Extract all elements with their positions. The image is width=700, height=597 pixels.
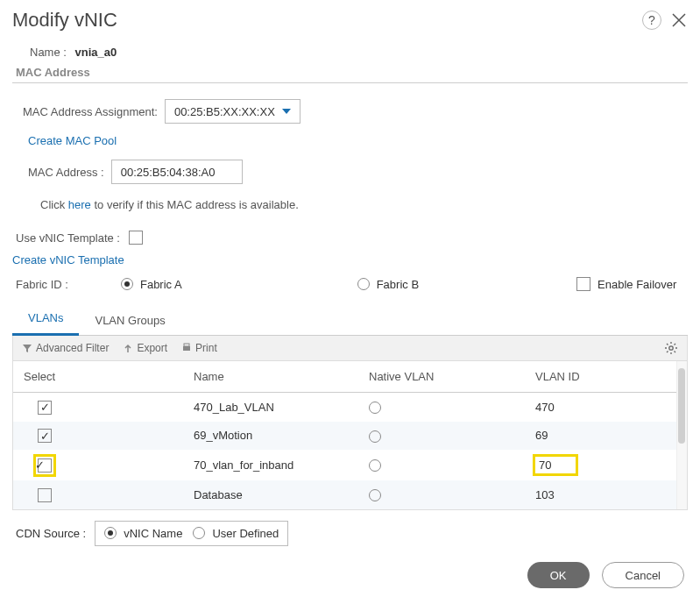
- cdn-vnic-name-radio[interactable]: [104, 527, 117, 539]
- export-button[interactable]: Export: [123, 342, 167, 354]
- col-name: Name: [194, 370, 369, 383]
- cdn-user-defined-label: User Defined: [212, 527, 279, 540]
- row-id: 103: [535, 488, 682, 501]
- col-native: Native VLAN: [369, 370, 535, 383]
- mac-assignment-value: 00:25:B5:XX:XX:XX: [174, 105, 275, 118]
- tab-vlans[interactable]: VLANs: [12, 304, 79, 336]
- print-icon: [181, 343, 192, 353]
- row-select-checkbox[interactable]: [38, 401, 52, 415]
- row-select-checkbox[interactable]: [38, 429, 52, 443]
- native-vlan-radio[interactable]: [369, 489, 381, 501]
- fabric-b-radio[interactable]: [357, 278, 370, 290]
- svg-line-7: [667, 344, 668, 345]
- gear-icon[interactable]: [664, 341, 678, 355]
- advanced-filter-button[interactable]: Advanced Filter: [22, 342, 109, 354]
- row-name: Database: [194, 488, 369, 501]
- fabric-a-label: Fabric A: [140, 278, 182, 291]
- native-vlan-radio[interactable]: [369, 402, 381, 414]
- svg-line-9: [667, 352, 668, 353]
- create-vnic-template-link[interactable]: Create vNIC Template: [12, 253, 124, 267]
- use-template-checkbox[interactable]: [129, 231, 143, 245]
- row-name: 70_vlan_for_inband: [194, 458, 369, 472]
- use-template-label: Use vNIC Template :: [16, 231, 120, 245]
- svg-line-10: [675, 344, 676, 345]
- native-vlan-radio[interactable]: [369, 459, 381, 472]
- svg-point-2: [669, 346, 673, 350]
- name-value: vnia_a0: [75, 46, 117, 59]
- fabric-id-label: Fabric ID :: [16, 278, 68, 291]
- chevron-down-icon: [282, 109, 291, 114]
- name-label: Name :: [30, 46, 67, 59]
- mac-address-label: MAC Address :: [28, 166, 104, 179]
- svg-rect-0: [183, 346, 190, 351]
- tab-vlan-groups[interactable]: VLAN Groups: [79, 307, 180, 336]
- mac-section-title: MAC Address: [16, 66, 688, 79]
- verify-sentence: Click here to verify if this MAC address…: [40, 198, 688, 211]
- cdn-vnic-name-label: vNIC Name: [124, 527, 182, 540]
- native-vlan-radio[interactable]: [369, 430, 381, 443]
- mac-address-input[interactable]: 00:25:B5:04:38:A0: [111, 160, 243, 184]
- close-icon[interactable]: [670, 11, 688, 29]
- col-id: VLAN ID: [535, 370, 682, 383]
- row-name: 69_vMotion: [194, 429, 369, 442]
- row-id: 70: [535, 457, 576, 473]
- mac-address-value: 00:25:B5:04:38:A0: [121, 166, 216, 179]
- dialog-title: Modify vNIC: [12, 9, 117, 32]
- help-button[interactable]: ?: [642, 11, 661, 30]
- mac-assignment-dropdown[interactable]: 00:25:B5:XX:XX:XX: [165, 99, 301, 124]
- mac-assignment-label: MAC Address Assignment:: [23, 105, 158, 118]
- verify-link[interactable]: here: [68, 198, 91, 211]
- export-icon: [123, 343, 133, 353]
- svg-rect-1: [184, 344, 189, 346]
- scrollbar[interactable]: [676, 361, 687, 509]
- enable-failover-label: Enable Failover: [597, 278, 676, 291]
- enable-failover-checkbox[interactable]: [576, 277, 590, 291]
- fabric-b-label: Fabric B: [377, 278, 419, 291]
- row-name: 470_Lab_VLAN: [194, 401, 369, 414]
- print-button[interactable]: Print: [181, 342, 217, 354]
- cdn-source-label: CDN Source :: [16, 527, 86, 540]
- row-select-checkbox[interactable]: [38, 458, 52, 473]
- cancel-button[interactable]: Cancel: [602, 562, 684, 588]
- row-id: 69: [535, 429, 682, 442]
- ok-button[interactable]: OK: [527, 562, 590, 588]
- row-select-checkbox[interactable]: [38, 488, 52, 502]
- row-id: 470: [535, 401, 682, 414]
- create-mac-pool-link[interactable]: Create MAC Pool: [28, 134, 117, 147]
- col-select: Select: [18, 370, 194, 383]
- cdn-user-defined-radio[interactable]: [193, 527, 205, 539]
- svg-line-8: [675, 352, 676, 353]
- filter-icon: [22, 343, 32, 353]
- fabric-a-radio[interactable]: [121, 278, 133, 290]
